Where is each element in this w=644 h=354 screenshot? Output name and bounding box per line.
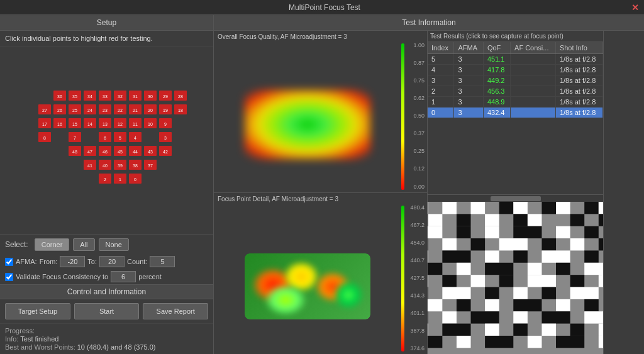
table-scrollbar-horiz[interactable] (428, 194, 603, 202)
svg-rect-86 (428, 263, 442, 275)
svg-text:30: 30 (148, 94, 153, 99)
svg-rect-76 (499, 238, 528, 250)
svg-text:13: 13 (103, 122, 108, 126)
cell-afma: 3 (454, 75, 483, 86)
svg-rect-79 (599, 238, 603, 250)
svg-text:6: 6 (104, 136, 106, 140)
svg-rect-53 (499, 202, 514, 214)
svg-rect-54 (513, 202, 528, 214)
svg-text:12: 12 (118, 122, 123, 126)
overall-y-labels: 1.00 0.87 0.75 0.62 0.50 0.37 0.25 0.12 … (407, 42, 425, 190)
save-report-button[interactable]: Save Report (143, 303, 208, 319)
svg-rect-99 (428, 287, 428, 299)
svg-rect-115 (541, 311, 570, 323)
scrollbar-thumb (491, 196, 541, 201)
info-line: Info: Test finished (5, 335, 208, 343)
cell-qof: 432.4 (483, 108, 510, 118)
detail-y-labels: 480.4 467.2 454.0 440.7 427.5 414.3 401.… (404, 204, 425, 352)
svg-rect-105 (428, 299, 442, 311)
validate-checkbox[interactable] (5, 273, 13, 281)
select-row: Select: Corner All None (0, 235, 213, 254)
svg-text:36: 36 (57, 94, 62, 99)
svg-rect-108 (513, 299, 541, 311)
svg-rect-96 (528, 275, 556, 287)
preview-svg (428, 202, 603, 354)
svg-rect-50 (428, 202, 428, 214)
svg-text:18: 18 (178, 108, 183, 113)
svg-text:42: 42 (163, 150, 168, 154)
none-button[interactable]: None (99, 238, 129, 251)
y-label-0.87: 0.87 (413, 60, 425, 66)
afma-to-input[interactable] (99, 256, 125, 267)
validate-row: Validate Focus Consistency to percent (0, 269, 213, 284)
progress-section: Progress: Info: Test finished Best and W… (0, 323, 213, 354)
cell-afma: 3 (454, 97, 483, 108)
svg-rect-73 (428, 238, 428, 250)
target-setup-button[interactable]: Target Setup (5, 303, 70, 319)
svg-rect-117 (428, 324, 428, 336)
svg-rect-51 (442, 202, 457, 214)
svg-text:11: 11 (133, 122, 138, 126)
validate-suffix: percent (138, 273, 162, 280)
svg-text:40: 40 (103, 163, 108, 168)
cell-qof: 451.1 (483, 54, 510, 65)
svg-text:22: 22 (118, 108, 123, 113)
svg-rect-124 (428, 336, 442, 348)
svg-text:8: 8 (43, 136, 46, 140)
y-label-374: 374.6 (410, 345, 425, 351)
col-af-consi: AF Consi... (511, 42, 556, 54)
validate-value-input[interactable] (111, 271, 136, 282)
all-button[interactable]: All (73, 238, 94, 251)
svg-rect-65 (570, 214, 585, 226)
cell-shot-info: 1/8s at f/2.8 (555, 54, 602, 65)
afma-checkbox[interactable] (5, 258, 13, 266)
y-label-1.00: 1.00 (413, 42, 425, 48)
svg-text:48: 48 (72, 150, 77, 154)
table-row[interactable]: 5 3 451.1 1/8s at f/2.8 (428, 54, 603, 65)
close-button[interactable]: ✕ (631, 3, 639, 13)
y-label-401: 401.1 (410, 310, 425, 316)
info-label: Info: (5, 335, 18, 343)
svg-rect-85 (584, 250, 599, 262)
svg-rect-68 (457, 226, 471, 238)
table-row[interactable]: 3 3 449.2 1/8s at f/2.8 (428, 75, 603, 86)
svg-rect-118 (442, 324, 470, 336)
y-label-414: 414.3 (410, 292, 425, 299)
afma-count-input[interactable] (150, 256, 175, 267)
cell-af-consi (511, 108, 556, 118)
svg-rect-119 (485, 324, 499, 336)
svg-rect-64 (528, 214, 542, 226)
table-row[interactable]: 1 3 448.9 1/8s at f/2.8 (428, 97, 603, 108)
svg-text:2: 2 (104, 177, 106, 182)
preview-area (428, 202, 603, 354)
svg-rect-67 (428, 226, 442, 238)
corner-button[interactable]: Corner (35, 238, 70, 251)
cell-afma: 3 (454, 108, 483, 118)
test-information-header: Test Information (214, 15, 644, 31)
cell-qof: 449.2 (483, 75, 510, 86)
cell-index: 0 (428, 108, 454, 118)
cell-afma: 3 (454, 54, 483, 65)
cell-index: 1 (428, 97, 454, 108)
svg-rect-111 (428, 311, 428, 323)
table-row-selected[interactable]: 0 3 432.4 1/8s at f/2.8 (428, 108, 603, 118)
results-table-scroll[interactable]: Index AFMA QoF AF Consi... Shot Info 5 3 (428, 42, 603, 194)
right-panel: Test Information Overall Focus Quality, … (214, 15, 644, 354)
overall-y-axis-bar (401, 43, 404, 190)
from-label: From: (40, 258, 58, 265)
svg-text:29: 29 (163, 94, 168, 99)
detail-chart-title: Focus Point Detail, AF Microadjustment =… (215, 194, 426, 204)
overall-heatmap (245, 90, 370, 159)
svg-rect-88 (485, 263, 513, 275)
table-row[interactable]: 2 3 456.3 1/8s at f/2.8 (428, 86, 603, 97)
table-thead: Index AFMA QoF AF Consi... Shot Info (428, 42, 603, 54)
afma-from-input[interactable] (60, 256, 85, 267)
col-shot-info: Shot Info (555, 42, 602, 54)
svg-rect-113 (471, 311, 499, 323)
svg-text:25: 25 (72, 108, 77, 113)
table-row[interactable]: 4 3 417.8 1/8s at f/2.8 (428, 65, 603, 75)
start-button[interactable]: Start (74, 303, 140, 319)
cell-shot-info: 1/8s at f/2.8 (555, 75, 602, 86)
svg-text:7: 7 (74, 136, 76, 140)
cell-shot-info: 1/8s at f/2.8 (555, 108, 602, 118)
